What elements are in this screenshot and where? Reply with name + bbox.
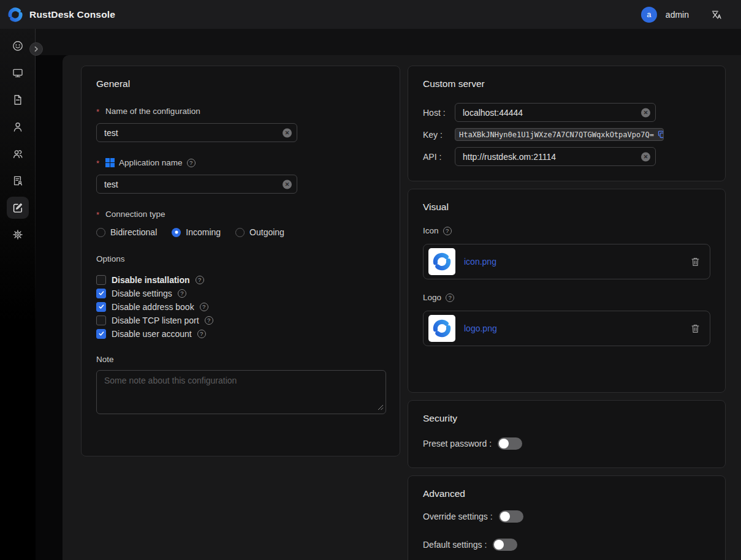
override-settings-toggle[interactable] — [499, 510, 523, 523]
clear-icon[interactable]: ✕ — [641, 152, 650, 161]
option-disable-installation[interactable]: Disable installation — [96, 274, 385, 285]
trash-icon[interactable] — [691, 324, 700, 333]
radio-incoming[interactable]: Incoming — [172, 227, 221, 237]
preset-password-label: Preset password : — [423, 439, 492, 448]
host-input[interactable] — [455, 103, 656, 122]
brand: RustDesk Console — [7, 7, 115, 23]
checkbox-icon[interactable] — [96, 316, 106, 325]
api-input[interactable] — [455, 147, 656, 166]
copy-icon[interactable] — [658, 131, 664, 138]
radio-outgoing[interactable]: Outgoing — [235, 227, 284, 237]
clear-icon[interactable]: ✕ — [283, 128, 292, 137]
option-disable-settings[interactable]: Disable settings — [96, 288, 385, 298]
logo-file-link[interactable]: logo.png — [464, 324, 497, 333]
icon-file-item: icon.png — [423, 244, 710, 279]
checkbox-icon[interactable] — [96, 329, 106, 339]
advanced-title: Advanced — [423, 488, 710, 499]
user-avatar[interactable]: a — [641, 7, 657, 23]
custom-server-title: Custom server — [423, 78, 710, 89]
options-label: Options — [96, 254, 385, 263]
app-name-input[interactable] — [96, 175, 297, 194]
note-label: Note — [96, 355, 385, 364]
documents-icon — [12, 94, 24, 106]
custom-client-edit-icon — [12, 202, 24, 214]
sidebar-item-users[interactable] — [7, 116, 29, 138]
radio-bidirectional[interactable]: Bidirectional — [96, 227, 157, 237]
radio-icon[interactable] — [172, 228, 181, 237]
help-icon[interactable] — [196, 276, 204, 284]
help-icon[interactable] — [197, 330, 206, 338]
help-icon[interactable] — [443, 227, 452, 235]
key-value[interactable]: HtaXBkJNHyn0e1U1jWXze7A7CN7QTGWqxkOtpaVp… — [455, 128, 664, 141]
sidebar-item-documents[interactable] — [7, 89, 29, 111]
security-title: Security — [423, 413, 710, 424]
options-list: Disable installation Disable settings Di… — [96, 274, 385, 339]
app-name-label: Application name — [96, 158, 385, 167]
groups-icon — [12, 148, 24, 160]
custom-server-panel: Custom server Host : ✕ Key : HtaXBkJNHyn… — [408, 66, 726, 181]
option-disable-address-book[interactable]: Disable address book — [96, 301, 385, 312]
sidebar-item-audit[interactable] — [7, 170, 29, 192]
advanced-panel: Advanced Override settings : Default set… — [408, 475, 726, 560]
icon-file-link[interactable]: icon.png — [464, 257, 496, 267]
settings-gear-icon — [12, 229, 24, 241]
clear-icon[interactable]: ✕ — [283, 180, 292, 189]
help-icon[interactable] — [446, 293, 454, 302]
host-label: Host : — [423, 108, 455, 118]
checkbox-icon[interactable] — [96, 275, 106, 285]
connection-type-label: Connection type — [96, 210, 385, 219]
help-icon[interactable] — [200, 303, 208, 311]
override-settings-label: Override settings : — [423, 512, 493, 521]
devices-monitor-icon — [12, 67, 24, 79]
windows-logo-icon — [105, 158, 115, 167]
username[interactable]: admin — [666, 10, 689, 20]
logo-label: Logo — [423, 293, 710, 302]
preset-password-toggle[interactable] — [498, 437, 522, 450]
sidebar-item-dashboard[interactable] — [7, 35, 29, 57]
icon-label: Icon — [423, 226, 710, 235]
sidebar-nav — [0, 29, 36, 560]
icon-thumbnail — [428, 248, 455, 275]
sidebar-item-devices[interactable] — [7, 62, 29, 84]
sidebar-item-custom-client[interactable] — [7, 197, 29, 219]
help-icon[interactable] — [205, 316, 213, 325]
sidebar-item-settings[interactable] — [7, 224, 29, 246]
app-title: RustDesk Console — [29, 9, 115, 20]
option-disable-user-account[interactable]: Disable user account — [96, 328, 385, 339]
sidebar-expand-button[interactable] — [29, 42, 43, 56]
api-label: API : — [423, 152, 455, 162]
chevron-right-icon — [32, 45, 40, 53]
general-panel: General Name of the configuration ✕ Appl… — [81, 66, 400, 456]
checkbox-icon[interactable] — [96, 302, 106, 312]
toolbar-band — [36, 29, 741, 55]
help-icon[interactable] — [187, 159, 196, 167]
sidebar-item-groups[interactable] — [7, 143, 29, 165]
default-settings-toggle[interactable] — [493, 539, 517, 551]
connection-type-group: Bidirectional Incoming Outgoing — [96, 227, 385, 237]
note-textarea[interactable] — [96, 370, 386, 414]
logo-file-item: logo.png — [423, 311, 710, 346]
translate-icon[interactable] — [711, 9, 723, 20]
visual-title: Visual — [423, 202, 710, 213]
radio-icon[interactable] — [235, 228, 245, 237]
audit-log-icon — [12, 175, 24, 187]
general-title: General — [96, 78, 385, 89]
radio-icon[interactable] — [96, 228, 105, 237]
trash-icon[interactable] — [691, 257, 700, 267]
logo-thumbnail — [428, 315, 455, 342]
clear-icon[interactable]: ✕ — [641, 108, 650, 117]
security-panel: Security Preset password : — [408, 400, 726, 468]
config-name-label: Name of the configuration — [96, 107, 385, 116]
top-bar: RustDesk Console a admin — [0, 0, 741, 29]
config-name-input[interactable] — [96, 123, 297, 142]
key-label: Key : — [423, 130, 455, 140]
help-icon[interactable] — [178, 289, 186, 298]
checkbox-icon[interactable] — [96, 289, 106, 298]
option-disable-tcp-listen-port[interactable]: Disable TCP listen port — [96, 315, 385, 325]
dashboard-smiley-icon — [12, 40, 24, 52]
visual-panel: Visual Icon icon.png — [408, 189, 726, 393]
user-icon — [12, 121, 24, 133]
rustdesk-logo-icon — [7, 7, 23, 23]
main-content: General Name of the configuration ✕ Appl… — [63, 55, 741, 560]
default-settings-label: Default settings : — [423, 540, 487, 550]
